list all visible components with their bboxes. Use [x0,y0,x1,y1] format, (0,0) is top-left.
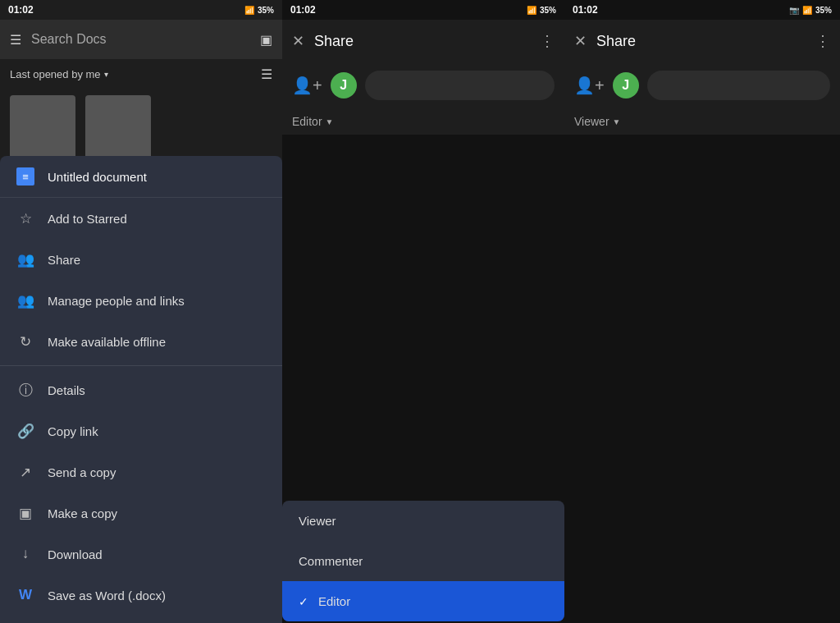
doc-thumbnail-1[interactable] [10,95,75,161]
grid-icon[interactable]: ▣ [260,32,272,48]
dropdown-check-icon: ✓ [299,595,308,608]
viewer-label-right: Viewer [574,115,609,128]
menu-item-details-label: Details [48,383,85,397]
status-icons-mid: 📶 35% [527,6,556,15]
menu-item-details[interactable]: ⓘ Details [0,369,282,410]
menu-divider [0,365,282,366]
menu-item-share[interactable]: 👥 Share [0,239,282,280]
word-icon: W [16,586,34,604]
time-right: 01:02 [573,4,598,16]
share-input-mid[interactable] [365,71,555,100]
menu-item-starred-label: Add to Starred [48,212,127,226]
battery-left: 35% [258,6,274,15]
menu-item-save-word-label: Save as Word (.docx) [48,589,166,602]
doc-icon-letter: ≡ [22,171,29,183]
status-bar-right: 01:02 📷 📶 35% [564,0,840,20]
share-input-row-mid: 👤+ J [282,62,564,108]
doc-content-mid [282,135,564,422]
viewer-arrow-icon: ▼ [613,117,621,126]
send-icon: ↗ [16,463,34,481]
filter-label: Last opened by me [10,68,101,80]
menu-item-copy-link[interactable]: 🔗 Copy link [0,410,282,451]
dropdown-viewer-label: Viewer [299,514,336,528]
status-bar-left: 01:02 📶 35% [0,0,282,20]
close-button-mid[interactable]: ✕ [292,32,304,50]
editor-row-mid[interactable]: Editor ▼ [282,108,564,135]
share-title-mid: Share [314,33,530,50]
hamburger-icon[interactable]: ☰ [10,32,21,48]
time-left: 01:02 [8,4,34,16]
menu-item-starred[interactable]: ☆ Add to Starred [0,198,282,239]
offline-icon: ↻ [16,332,34,350]
menu-doc-title: Untitled document [48,170,147,184]
panel-right: 01:02 📷 📶 35% ✕ Share ⋮ 👤+ J Viewer ▼ Ad… [564,0,840,623]
user-avatar-mid: J [331,72,357,98]
role-dropdown: Viewer Commenter ✓ Editor [282,501,564,621]
menu-item-rename[interactable]: ✎ Rename [0,616,282,623]
dropdown-commenter-label: Commenter [299,554,363,568]
panel-left: 01:02 📶 35% ☰ Search Docs ▣ Last opened … [0,0,282,623]
share-header-right: ✕ Share ⋮ [564,20,840,62]
menu-item-make-copy-label: Make a copy [48,506,117,520]
menu-item-send-copy[interactable]: ↗ Send a copy [0,451,282,492]
add-person-icon-mid[interactable]: 👤+ [292,76,322,95]
doc-thumbnail-2[interactable] [85,95,151,161]
share-title-right: Share [596,33,806,50]
battery-right: 35% [815,6,832,15]
viewer-row-right[interactable]: Viewer ▼ [564,108,840,135]
dropdown-editor-label: Editor [318,594,350,608]
dropdown-item-viewer[interactable]: Viewer [282,501,564,541]
close-button-right[interactable]: ✕ [574,32,587,50]
share-header-mid: ✕ Share ⋮ [282,20,564,62]
copy-icon: ▣ [16,504,34,522]
menu-item-download[interactable]: ↓ Download [0,534,282,575]
share-input-row-right: 👤+ J [564,62,840,108]
battery-mid: 35% [540,6,556,15]
download-icon: ↓ [16,545,34,563]
time-mid: 01:02 [290,4,316,16]
menu-item-offline-label: Make available offline [48,335,166,349]
filter-row[interactable]: Last opened by me ▾ ☰ [0,59,282,89]
list-view-icon[interactable]: ☰ [261,66,272,82]
search-bar[interactable]: ☰ Search Docs ▣ [0,20,282,59]
status-icons-left: 📶 35% [244,6,274,15]
user-avatar-right: J [613,72,639,98]
search-placeholder: Search Docs [31,32,250,47]
info-icon: ⓘ [16,381,34,399]
menu-item-offline[interactable]: ↻ Make available offline [0,321,282,362]
manage-people-icon: 👥 [16,291,34,309]
dropdown-item-editor[interactable]: ✓ Editor [282,581,564,621]
more-button-right[interactable]: ⋮ [815,32,830,50]
menu-item-make-copy[interactable]: ▣ Make a copy [0,492,282,534]
menu-doc-item[interactable]: ≡ Untitled document [0,156,282,198]
doc-icon: ≡ [16,167,34,186]
menu-item-copy-link-label: Copy link [48,424,98,438]
camera-icon-right: 📷 [789,6,799,15]
filter-arrow-icon: ▾ [104,70,108,79]
dropdown-item-commenter[interactable]: Commenter [282,541,564,581]
editor-label-mid: Editor [292,115,322,128]
share-input-right[interactable] [647,71,830,100]
status-icons-right: 📷 📶 35% [789,6,832,15]
menu-item-share-label: Share [48,253,80,267]
wifi-icon-mid: 📶 [527,6,536,15]
wifi-icon: 📶 [244,6,254,15]
context-menu: ≡ Untitled document ☆ Add to Starred 👥 S… [0,156,282,623]
editor-arrow-icon: ▼ [326,117,334,126]
menu-item-send-copy-label: Send a copy [48,465,116,479]
more-button-mid[interactable]: ⋮ [540,32,555,50]
doc-content-right [564,135,840,611]
status-bar-mid: 01:02 📶 35% [282,0,564,20]
menu-item-download-label: Download [48,547,103,561]
wifi-icon-right: 📶 [802,6,812,15]
star-icon: ☆ [16,209,34,227]
menu-item-save-word[interactable]: W Save as Word (.docx) [0,575,282,616]
link-icon: 🔗 [16,422,34,440]
add-person-icon-right[interactable]: 👤+ [574,76,605,95]
menu-item-manage[interactable]: 👥 Manage people and links [0,280,282,321]
menu-item-manage-label: Manage people and links [48,294,185,308]
share-person-icon: 👥 [16,250,34,268]
